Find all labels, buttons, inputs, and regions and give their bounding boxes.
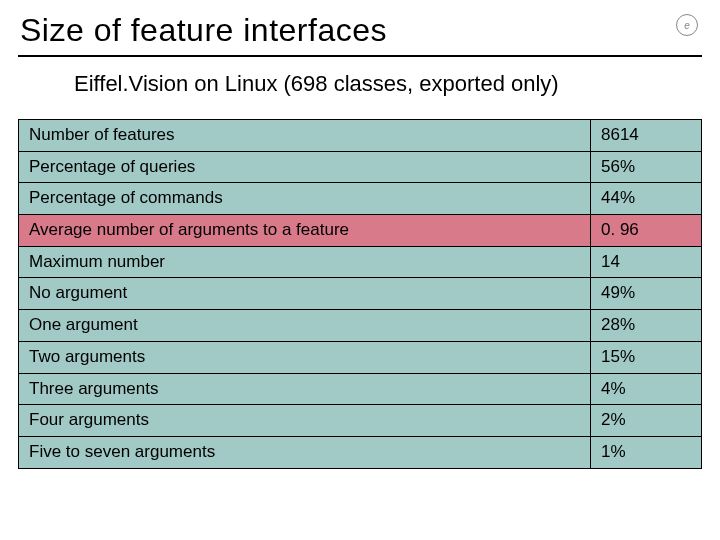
metric-label: Maximum number xyxy=(19,246,591,278)
metric-value: 1% xyxy=(591,436,702,468)
metric-value: 49% xyxy=(591,278,702,310)
table-row: Two arguments15% xyxy=(19,341,702,373)
table-row: Five to seven arguments1% xyxy=(19,436,702,468)
metrics-table: Number of features8614Percentage of quer… xyxy=(18,119,702,469)
table-row: Three arguments4% xyxy=(19,373,702,405)
title-divider xyxy=(18,55,702,57)
table-row: Average number of arguments to a feature… xyxy=(19,215,702,247)
metric-value: 44% xyxy=(591,183,702,215)
table-row: Maximum number14 xyxy=(19,246,702,278)
table-row: Number of features8614 xyxy=(19,120,702,152)
metric-value: 15% xyxy=(591,341,702,373)
table-row: No argument49% xyxy=(19,278,702,310)
metric-label: Three arguments xyxy=(19,373,591,405)
page-title: Size of feature interfaces xyxy=(20,12,702,49)
metric-value: 0. 96 xyxy=(591,215,702,247)
metric-value: 4% xyxy=(591,373,702,405)
metric-label: Two arguments xyxy=(19,341,591,373)
metric-label: No argument xyxy=(19,278,591,310)
table-row: One argument28% xyxy=(19,310,702,342)
metric-label: Four arguments xyxy=(19,405,591,437)
metric-label: Average number of arguments to a feature xyxy=(19,215,591,247)
table-row: Four arguments2% xyxy=(19,405,702,437)
metric-value: 56% xyxy=(591,151,702,183)
metric-label: Number of features xyxy=(19,120,591,152)
table-row: Percentage of commands44% xyxy=(19,183,702,215)
page-subtitle: Eiffel.Vision on Linux (698 classes, exp… xyxy=(74,71,702,97)
table-row: Percentage of queries56% xyxy=(19,151,702,183)
brand-logo-icon: e xyxy=(676,14,698,36)
metric-label: Percentage of commands xyxy=(19,183,591,215)
metric-value: 8614 xyxy=(591,120,702,152)
metric-value: 14 xyxy=(591,246,702,278)
metric-value: 2% xyxy=(591,405,702,437)
metric-label: One argument xyxy=(19,310,591,342)
metric-label: Percentage of queries xyxy=(19,151,591,183)
metric-label: Five to seven arguments xyxy=(19,436,591,468)
metric-value: 28% xyxy=(591,310,702,342)
